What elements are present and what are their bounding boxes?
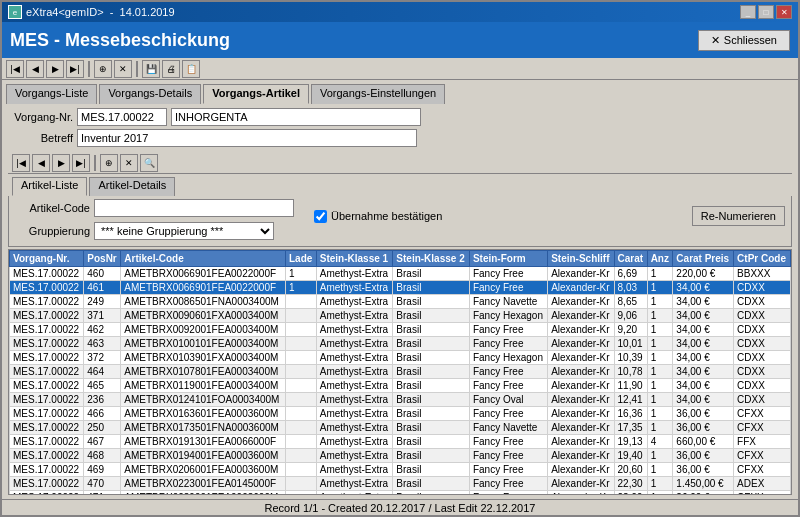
tab-artikel-liste[interactable]: Artikel-Liste [12, 177, 87, 196]
table-row[interactable]: MES.17.00022462AMETBRX0092001FEA0003400M… [10, 323, 791, 337]
inhorgenta-input[interactable] [171, 108, 421, 126]
td-artikel: AMETBRX0191301FEA0066000F [121, 435, 286, 449]
td-carat: 20,60 [614, 463, 647, 477]
td-anz: 1 [647, 337, 673, 351]
td-lade [285, 365, 316, 379]
td-klasse2: Brasil [393, 379, 470, 393]
td-lade [285, 407, 316, 421]
td-schliff: Alexander-Kr [548, 365, 614, 379]
td-preis: 36,00 € [673, 463, 734, 477]
table-row[interactable]: MES.17.00022371AMETBRX0090601FXA0003400M… [10, 309, 791, 323]
td-klasse2: Brasil [393, 407, 470, 421]
td-lade [285, 379, 316, 393]
table-row[interactable]: MES.17.00022471AMETBRX0239901FEA0003600M… [10, 491, 791, 496]
table-row[interactable]: MES.17.00022372AMETBRX0103901FXA0003400M… [10, 351, 791, 365]
table-row[interactable]: MES.17.00022249AMETBRX0086501FNA0003400M… [10, 295, 791, 309]
table-row[interactable]: MES.17.00022236AMETBRX0124101FOA0003400M… [10, 393, 791, 407]
new-button[interactable]: ⊕ [94, 60, 112, 78]
table-row[interactable]: MES.17.00022461AMETBRX0066901FEA0022000F… [10, 281, 791, 295]
table-row[interactable]: MES.17.00022470AMETBRX0223001FEA0145000F… [10, 477, 791, 491]
td-carat: 16,36 [614, 407, 647, 421]
copy-button[interactable]: 📋 [182, 60, 200, 78]
td-preis: 36,00 € [673, 491, 734, 496]
tab-vorgangs-liste[interactable]: Vorgangs-Liste [6, 84, 97, 104]
td-pos: 467 [84, 435, 121, 449]
td-klasse2: Brasil [393, 365, 470, 379]
td-klasse2: Brasil [393, 323, 470, 337]
td-preis: 34,00 € [673, 323, 734, 337]
renumerieren-button[interactable]: Re-Numerieren [692, 206, 785, 226]
filter-bar: Artikel-Code Gruppierung *** keine Grupp… [8, 196, 792, 247]
window-close-button[interactable]: ✕ [776, 5, 792, 19]
vorgang-nr-input[interactable] [77, 108, 167, 126]
table-row[interactable]: MES.17.00022460AMETBRX0066901FEA0022000F… [10, 267, 791, 281]
td-lade [285, 351, 316, 365]
td-klasse1: Amethyst-Extra [316, 309, 393, 323]
vorgang-nr-row: Vorgang-Nr. [8, 108, 792, 126]
td-preis: 34,00 € [673, 379, 734, 393]
td-anz: 1 [647, 449, 673, 463]
art-delete-button[interactable]: ✕ [120, 154, 138, 172]
table-row[interactable]: MES.17.00022250AMETBRX0173501FNA0003600M… [10, 421, 791, 435]
art-search-button[interactable]: 🔍 [140, 154, 158, 172]
td-artikel: AMETBRX0163601FEA0003600M [121, 407, 286, 421]
maximize-button[interactable]: □ [758, 5, 774, 19]
table-row[interactable]: MES.17.00022467AMETBRX0191301FEA0066000F… [10, 435, 791, 449]
article-table-wrapper: Vorgang-Nr. PosNr Artikel-Code Lade Stei… [8, 249, 792, 495]
td-form: Fancy Free [469, 449, 547, 463]
artikel-code-input[interactable] [94, 199, 294, 217]
nav-first-button[interactable]: |◀ [6, 60, 24, 78]
td-preis: 34,00 € [673, 337, 734, 351]
art-new-button[interactable]: ⊕ [100, 154, 118, 172]
td-klasse1: Amethyst-Extra [316, 435, 393, 449]
save-button[interactable]: 💾 [142, 60, 160, 78]
td-anz: 1 [647, 407, 673, 421]
table-row[interactable]: MES.17.00022469AMETBRX0206001FEA0003600M… [10, 463, 791, 477]
art-nav-next-button[interactable]: ▶ [52, 154, 70, 172]
filter-col-left: Artikel-Code Gruppierung *** keine Grupp… [15, 199, 294, 243]
betreff-input[interactable] [77, 129, 417, 147]
td-klasse1: Amethyst-Extra [316, 407, 393, 421]
nav-prev-button[interactable]: ◀ [26, 60, 44, 78]
td-form: Fancy Hexagon [469, 351, 547, 365]
th-lade: Lade [285, 251, 316, 267]
gruppierung-select[interactable]: *** keine Gruppierung *** [94, 222, 274, 240]
td-klasse2: Brasil [393, 435, 470, 449]
table-row[interactable]: MES.17.00022466AMETBRX0163601FEA0003600M… [10, 407, 791, 421]
td-schliff: Alexander-Kr [548, 393, 614, 407]
tab-vorgangs-einstellungen[interactable]: Vorgangs-Einstellungen [311, 84, 445, 104]
art-nav-prev-button[interactable]: ◀ [32, 154, 50, 172]
td-artikel: AMETBRX0107801FEA0003400M [121, 365, 286, 379]
print-button[interactable]: 🖨 [162, 60, 180, 78]
td-pos: 471 [84, 491, 121, 496]
td-carat: 8,03 [614, 281, 647, 295]
td-form: Fancy Free [469, 337, 547, 351]
td-code: ADEX [734, 477, 791, 491]
tab-vorgangs-details[interactable]: Vorgangs-Details [99, 84, 201, 104]
tab-artikel-details[interactable]: Artikel-Details [89, 177, 175, 196]
table-row[interactable]: MES.17.00022464AMETBRX0107801FEA0003400M… [10, 365, 791, 379]
delete-button[interactable]: ✕ [114, 60, 132, 78]
td-form: Fancy Free [469, 281, 547, 295]
td-carat: 8,65 [614, 295, 647, 309]
schliessen-button[interactable]: ✕ Schliessen [698, 30, 790, 51]
td-pos: 372 [84, 351, 121, 365]
td-klasse2: Brasil [393, 491, 470, 496]
ubernahme-checkbox[interactable] [314, 210, 327, 223]
tab-vorgangs-artikel[interactable]: Vorgangs-Artikel [203, 84, 309, 104]
art-nav-first-button[interactable]: |◀ [12, 154, 30, 172]
toolbar-sep-1 [88, 61, 90, 77]
td-pos: 470 [84, 477, 121, 491]
table-row[interactable]: MES.17.00022465AMETBRX0119001FEA0003400M… [10, 379, 791, 393]
art-nav-last-button[interactable]: ▶| [72, 154, 90, 172]
title-date: 14.01.2019 [120, 6, 175, 18]
td-code: BBXXX [734, 267, 791, 281]
nav-last-button[interactable]: ▶| [66, 60, 84, 78]
minimize-button[interactable]: _ [740, 5, 756, 19]
td-carat: 10,39 [614, 351, 647, 365]
table-row[interactable]: MES.17.00022463AMETBRX0100101FEA0003400M… [10, 337, 791, 351]
td-vorgang: MES.17.00022 [10, 309, 84, 323]
nav-next-button[interactable]: ▶ [46, 60, 64, 78]
td-carat: 19,40 [614, 449, 647, 463]
table-row[interactable]: MES.17.00022468AMETBRX0194001FEA0003600M… [10, 449, 791, 463]
